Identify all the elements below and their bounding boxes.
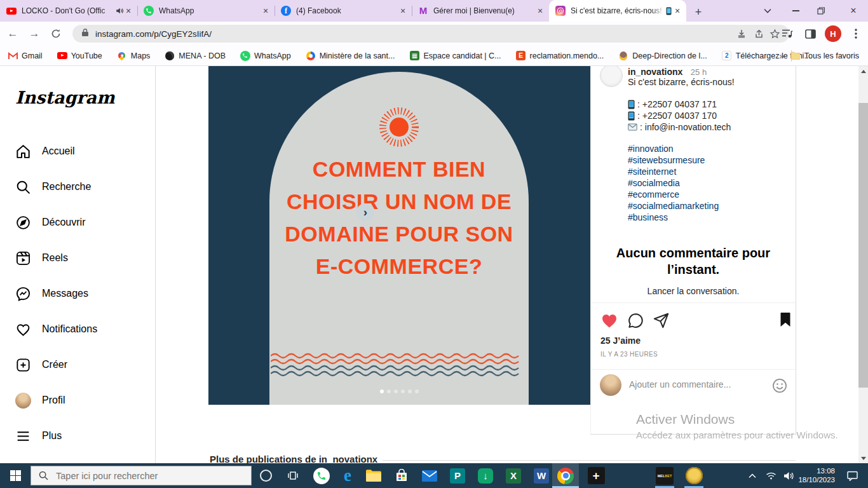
- share-icon[interactable]: [750, 25, 766, 42]
- hashtag-link[interactable]: #siteinternet: [628, 166, 719, 177]
- tray-chevron-icon[interactable]: [743, 463, 761, 488]
- taskbar-explorer-icon[interactable]: [361, 463, 386, 488]
- profile-avatar[interactable]: H: [825, 25, 841, 42]
- close-tab-icon[interactable]: ×: [123, 6, 133, 16]
- taskbar-edge-icon[interactable]: e: [336, 463, 360, 488]
- comment-icon[interactable]: [627, 312, 644, 329]
- author-avatar[interactable]: [600, 66, 623, 87]
- hashtag-link[interactable]: #innovation: [628, 143, 719, 154]
- taskbar-word-icon[interactable]: W: [529, 463, 554, 488]
- sidebar-item-notifications[interactable]: Notifications: [0, 311, 155, 347]
- taskbar-clock[interactable]: 13:08 18/10/2023: [793, 466, 835, 484]
- like-count[interactable]: 25 J’aime: [600, 336, 641, 346]
- bookmark-reclamation[interactable]: E reclamation.mendo...: [516, 51, 604, 61]
- bookmark-maps[interactable]: Maps: [117, 51, 151, 61]
- bookmark-whatsapp[interactable]: WhatsApp: [240, 51, 291, 61]
- taskbar-publisher-icon[interactable]: P: [445, 463, 470, 488]
- folder-icon: [790, 51, 801, 61]
- taskbar-lion-app-icon[interactable]: [681, 463, 707, 488]
- bookmark-espace-candidat[interactable]: ▦ Espace candidat | C...: [409, 51, 501, 61]
- heart-icon: [15, 322, 31, 337]
- scroll-up-icon[interactable]: [858, 66, 868, 76]
- close-tab-icon[interactable]: ×: [535, 6, 545, 16]
- carousel-dots[interactable]: [208, 390, 590, 393]
- sidebar-item-profil[interactable]: Profil: [0, 383, 155, 418]
- like-heart-icon[interactable]: [600, 311, 619, 330]
- page-scrollbar[interactable]: [858, 66, 868, 463]
- start-button[interactable]: [0, 463, 31, 488]
- tab-search-chevron-icon[interactable]: [760, 0, 775, 22]
- scroll-down-icon[interactable]: [858, 453, 868, 463]
- author-username[interactable]: in_novationx: [628, 67, 682, 77]
- hashtag-link[interactable]: #socialmediamarketing: [628, 200, 719, 212]
- bookmark-deep-direction[interactable]: Deep-Direction de l...: [618, 51, 707, 61]
- tab-gerer-moi[interactable]: M Gérer moi | Bienvenu(e) ×: [412, 0, 549, 22]
- media-controls-icon[interactable]: [779, 25, 796, 42]
- wifi-icon[interactable]: [761, 463, 780, 488]
- taskbar-store-icon[interactable]: [389, 463, 414, 488]
- scrollbar-thumb[interactable]: [858, 103, 868, 388]
- tab-locko[interactable]: LOCKO - Don't Go (Offic ×: [0, 0, 137, 22]
- task-view-button[interactable]: [281, 463, 305, 488]
- waves-graphic: [271, 351, 527, 377]
- side-panel-icon[interactable]: [802, 25, 818, 42]
- close-tab-icon[interactable]: ×: [398, 6, 408, 16]
- share-plane-icon[interactable]: [653, 312, 670, 329]
- close-window-button[interactable]: ×: [845, 0, 862, 22]
- taskbar-search-input[interactable]: [55, 470, 222, 482]
- bookmark-save-icon[interactable]: [778, 311, 793, 328]
- search-icon: [15, 179, 31, 195]
- instagram-logo[interactable]: Instagram: [15, 88, 115, 107]
- hashtag-link[interactable]: #business: [628, 212, 719, 223]
- all-bookmarks-folder[interactable]: Tous les favoris: [790, 51, 859, 61]
- sidebar-item-creer[interactable]: Créer: [0, 347, 155, 383]
- new-tab-button[interactable]: +: [690, 4, 707, 20]
- tab-instagram-active[interactable]: Si c'est bizarre, écris-nous! ×: [549, 0, 686, 22]
- url-text[interactable]: instagram.com/p/CygEY2sIifA/: [95, 29, 733, 39]
- search-icon: [39, 471, 48, 480]
- bookmark-gmail[interactable]: Gmail: [8, 51, 43, 61]
- sidebar-item-messages[interactable]: Messages: [0, 276, 155, 311]
- hashtag-link[interactable]: #ecommerce: [628, 189, 719, 200]
- taskbar-excel-icon[interactable]: X: [501, 463, 526, 488]
- bookmark-ministere[interactable]: Ministère de la sant...: [306, 51, 395, 61]
- audio-speaker-icon[interactable]: [115, 6, 123, 16]
- back-icon[interactable]: ←: [4, 25, 22, 43]
- close-tab-icon[interactable]: ×: [261, 6, 271, 16]
- lock-icon: [81, 28, 89, 39]
- download-page-icon[interactable]: [733, 25, 750, 42]
- action-center-icon[interactable]: [841, 463, 863, 488]
- close-tab-icon[interactable]: ×: [672, 6, 682, 16]
- comment-input[interactable]: [628, 379, 751, 390]
- cortana-button[interactable]: [254, 463, 277, 488]
- browser-menu-icon[interactable]: [848, 25, 864, 42]
- carousel-dot: [408, 390, 412, 393]
- taskbar-mail-icon[interactable]: [417, 463, 442, 488]
- hashtag-link[interactable]: #sitewebsurmesure: [628, 154, 719, 166]
- carousel-next-icon[interactable]: ›: [356, 203, 374, 221]
- address-bar[interactable]: instagram.com/p/CygEY2sIifA/: [72, 25, 789, 43]
- tab-facebook[interactable]: f (4) Facebook ×: [275, 0, 412, 22]
- taskbar-chrome-active[interactable]: [552, 463, 579, 488]
- bookmark-mena-dob[interactable]: MENA - DOB: [165, 51, 226, 61]
- taskbar-melbet-icon[interactable]: MELBET: [652, 463, 677, 488]
- reload-icon[interactable]: [47, 25, 65, 43]
- taskbar-downloader-icon[interactable]: ↓: [473, 463, 498, 488]
- sidebar-item-accueil[interactable]: Accueil: [0, 133, 155, 169]
- sidebar-item-decouvrir[interactable]: Découvrir: [0, 205, 155, 240]
- sidebar-item-plus[interactable]: Plus: [0, 418, 155, 454]
- more-posts-username[interactable]: in_novationx: [319, 454, 378, 463]
- emoji-smiley-icon[interactable]: [771, 377, 788, 394]
- forward-icon[interactable]: →: [25, 25, 43, 43]
- sidebar-item-reels[interactable]: Reels: [0, 240, 155, 276]
- bookmarks-overflow-chevron[interactable]: »: [779, 51, 784, 61]
- taskbar-whatsapp-icon[interactable]: [309, 463, 334, 488]
- bookmark-youtube[interactable]: YouTube: [57, 51, 102, 61]
- tab-whatsapp[interactable]: WhatsApp ×: [137, 0, 275, 22]
- minimize-button[interactable]: [788, 0, 803, 22]
- restore-button[interactable]: [813, 0, 829, 22]
- taskbar-plus-app-icon[interactable]: +: [583, 463, 609, 488]
- taskbar-search[interactable]: [31, 466, 252, 485]
- sidebar-item-recherche[interactable]: Recherche: [0, 169, 155, 205]
- hashtag-link[interactable]: #socialmedia: [628, 177, 719, 189]
